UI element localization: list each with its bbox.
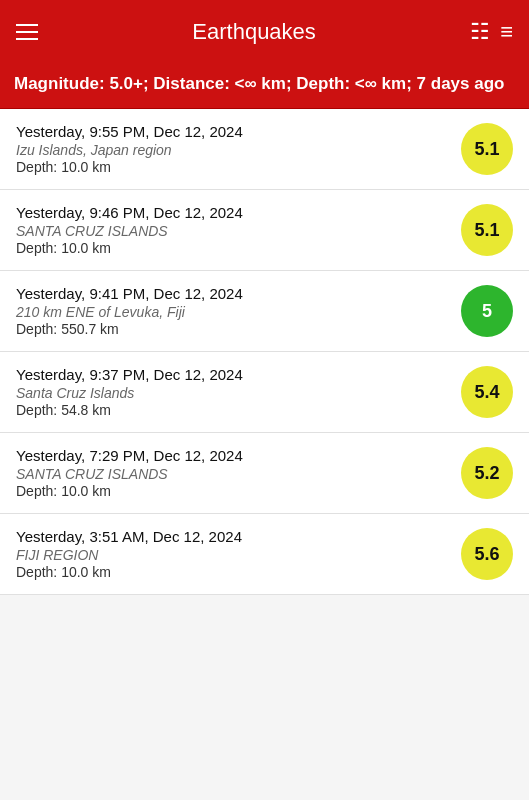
earthquake-time: Yesterday, 9:41 PM, Dec 12, 2024 [16, 285, 449, 302]
earthquake-location: SANTA CRUZ ISLANDS [16, 223, 449, 239]
earthquake-info: Yesterday, 3:51 AM, Dec 12, 2024 FIJI RE… [16, 528, 449, 580]
earthquake-location: FIJI REGION [16, 547, 449, 563]
earthquake-time: Yesterday, 7:29 PM, Dec 12, 2024 [16, 447, 449, 464]
filter-text: Magnitude: 5.0+; Distance: <∞ km; Depth:… [14, 74, 504, 93]
earthquake-item[interactable]: Yesterday, 3:51 AM, Dec 12, 2024 FIJI RE… [0, 514, 529, 595]
earthquake-depth: Depth: 10.0 km [16, 159, 449, 175]
earthquake-location: SANTA CRUZ ISLANDS [16, 466, 449, 482]
earthquake-info: Yesterday, 9:46 PM, Dec 12, 2024 SANTA C… [16, 204, 449, 256]
earthquake-item[interactable]: Yesterday, 9:46 PM, Dec 12, 2024 SANTA C… [0, 190, 529, 271]
header-actions: ☷ ≡ [470, 19, 513, 45]
magnitude-badge: 5.1 [461, 123, 513, 175]
magnitude-badge: 5.2 [461, 447, 513, 499]
earthquake-info: Yesterday, 9:41 PM, Dec 12, 2024 210 km … [16, 285, 449, 337]
magnitude-badge: 5.1 [461, 204, 513, 256]
earthquake-depth: Depth: 10.0 km [16, 564, 449, 580]
earthquake-depth: Depth: 10.0 km [16, 240, 449, 256]
earthquake-list: Yesterday, 9:55 PM, Dec 12, 2024 Izu Isl… [0, 109, 529, 595]
earthquake-time: Yesterday, 3:51 AM, Dec 12, 2024 [16, 528, 449, 545]
earthquake-location: Santa Cruz Islands [16, 385, 449, 401]
earthquake-info: Yesterday, 9:37 PM, Dec 12, 2024 Santa C… [16, 366, 449, 418]
earthquake-depth: Depth: 550.7 km [16, 321, 449, 337]
earthquake-depth: Depth: 10.0 km [16, 483, 449, 499]
earthquake-info: Yesterday, 9:55 PM, Dec 12, 2024 Izu Isl… [16, 123, 449, 175]
magnitude-badge: 5.6 [461, 528, 513, 580]
earthquake-time: Yesterday, 9:46 PM, Dec 12, 2024 [16, 204, 449, 221]
earthquake-time: Yesterday, 9:37 PM, Dec 12, 2024 [16, 366, 449, 383]
magnitude-badge: 5.4 [461, 366, 513, 418]
filter-bar: Magnitude: 5.0+; Distance: <∞ km; Depth:… [0, 64, 529, 109]
earthquake-item[interactable]: Yesterday, 9:37 PM, Dec 12, 2024 Santa C… [0, 352, 529, 433]
earthquake-info: Yesterday, 7:29 PM, Dec 12, 2024 SANTA C… [16, 447, 449, 499]
magnitude-badge: 5 [461, 285, 513, 337]
earthquake-item[interactable]: Yesterday, 7:29 PM, Dec 12, 2024 SANTA C… [0, 433, 529, 514]
header: Earthquakes ☷ ≡ [0, 0, 529, 64]
app-title: Earthquakes [38, 19, 470, 45]
settings-icon[interactable]: ≡ [500, 19, 513, 45]
menu-button[interactable] [16, 24, 38, 40]
earthquake-depth: Depth: 54.8 km [16, 402, 449, 418]
earthquake-location: Izu Islands, Japan region [16, 142, 449, 158]
earthquake-item[interactable]: Yesterday, 9:55 PM, Dec 12, 2024 Izu Isl… [0, 109, 529, 190]
filter-icon[interactable]: ☷ [470, 19, 490, 45]
earthquake-location: 210 km ENE of Levuka, Fiji [16, 304, 449, 320]
earthquake-time: Yesterday, 9:55 PM, Dec 12, 2024 [16, 123, 449, 140]
earthquake-item[interactable]: Yesterday, 9:41 PM, Dec 12, 2024 210 km … [0, 271, 529, 352]
